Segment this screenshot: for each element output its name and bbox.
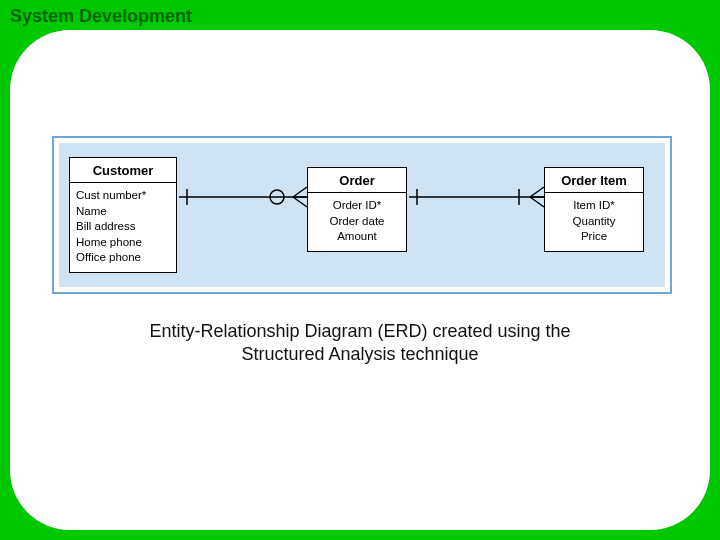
- entity-title: Order Item: [545, 168, 643, 193]
- svg-line-11: [530, 197, 544, 207]
- entity-order: Order Order ID* Order date Amount: [307, 167, 407, 252]
- erd-canvas: Customer Cust number* Name Bill address …: [59, 143, 665, 287]
- attr: Bill address: [76, 219, 170, 235]
- entity-attrs: Cust number* Name Bill address Home phon…: [70, 183, 176, 272]
- entity-order-item: Order Item Item ID* Quantity Price: [544, 167, 644, 252]
- attr: Name: [76, 204, 170, 220]
- attr: Cust number*: [76, 188, 170, 204]
- attr: Quantity: [551, 214, 637, 230]
- attr: Order date: [314, 214, 400, 230]
- attr: Price: [551, 229, 637, 245]
- page-title: System Development: [10, 6, 192, 27]
- attr: Home phone: [76, 235, 170, 251]
- attr: Order ID*: [314, 198, 400, 214]
- svg-line-3: [293, 187, 307, 197]
- svg-line-9: [530, 187, 544, 197]
- caption-text: Entity-Relationship Diagram (ERD) create…: [149, 321, 570, 364]
- svg-line-5: [293, 197, 307, 207]
- slide-panel: Customer Cust number* Name Bill address …: [10, 30, 710, 530]
- entity-attrs: Order ID* Order date Amount: [308, 193, 406, 251]
- attr: Item ID*: [551, 198, 637, 214]
- attr: Office phone: [76, 250, 170, 266]
- entity-customer: Customer Cust number* Name Bill address …: [69, 157, 177, 273]
- attr: Amount: [314, 229, 400, 245]
- erd-frame: Customer Cust number* Name Bill address …: [52, 136, 672, 294]
- entity-title: Order: [308, 168, 406, 193]
- entity-title: Customer: [70, 158, 176, 183]
- caption: Entity-Relationship Diagram (ERD) create…: [10, 320, 710, 367]
- entity-attrs: Item ID* Quantity Price: [545, 193, 643, 251]
